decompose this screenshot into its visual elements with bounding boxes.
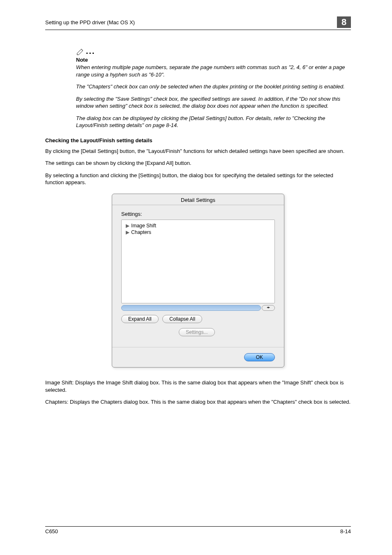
collapse-all-button[interactable]: Collapse All <box>162 315 202 323</box>
expand-all-button[interactable]: Expand All <box>121 315 159 323</box>
note-paragraph: The "Chapters" check box can only be sel… <box>76 83 351 90</box>
section-body: By clicking the [Detail Settings] button… <box>45 148 351 155</box>
section-body: The settings can be shown by clicking th… <box>45 160 351 167</box>
settings-list[interactable]: ▶ Image Shift ▶ Chapters <box>121 220 275 303</box>
list-item[interactable]: ▶ Image Shift <box>126 222 270 229</box>
list-item-label: Image Shift <box>131 223 156 229</box>
section-heading: Checking the Layout/Finish setting detai… <box>45 137 351 143</box>
section-body: By selecting a function and clicking the… <box>45 172 351 186</box>
after-dialog-paragraph: Image Shift: Displays the Image Shift di… <box>45 379 351 393</box>
disclosure-triangle-icon[interactable]: ▶ <box>126 223 130 229</box>
footer-left: C650 <box>45 528 58 534</box>
list-item[interactable]: ▶ Chapters <box>126 229 270 236</box>
after-dialog-paragraph: Chapters: Displays the Chapters dialog b… <box>45 398 351 406</box>
list-item-label: Chapters <box>131 229 151 235</box>
note-icon-row: ... <box>76 46 351 56</box>
disclosure-triangle-icon[interactable]: ▶ <box>126 229 130 235</box>
note-paragraph: When entering multiple page numbers, sep… <box>76 64 351 78</box>
breadcrumb: Setting up the PPD driver (Mac OS X) <box>45 19 135 25</box>
footer-right: 8-14 <box>340 528 351 534</box>
note-paragraph: By selecting the "Save Settings" check b… <box>76 95 351 110</box>
page-header: Setting up the PPD driver (Mac OS X) 8 <box>45 16 351 30</box>
horizontal-scrollbar[interactable]: ◂▸ <box>121 305 275 311</box>
scrollbar-track[interactable] <box>121 305 261 311</box>
ellipsis-icon: ... <box>86 46 95 56</box>
dialog-title: Detail Settings <box>112 194 284 205</box>
pencil-icon <box>76 47 85 56</box>
page-footer: C650 8-14 <box>45 526 351 534</box>
settings-button[interactable]: Settings... <box>179 328 214 336</box>
detail-settings-dialog: Detail Settings Settings: ▶ Image Shift … <box>112 194 284 368</box>
chapter-number: 8 <box>337 16 351 28</box>
note-title: Note <box>76 57 351 63</box>
scrollbar-arrows-icon[interactable]: ◂▸ <box>262 305 275 311</box>
note-paragraph: The dialog box can be displayed by click… <box>76 115 351 129</box>
note-block: ... Note When entering multiple page num… <box>76 46 351 129</box>
ok-button[interactable]: OK <box>244 353 275 361</box>
settings-label: Settings: <box>121 211 275 217</box>
